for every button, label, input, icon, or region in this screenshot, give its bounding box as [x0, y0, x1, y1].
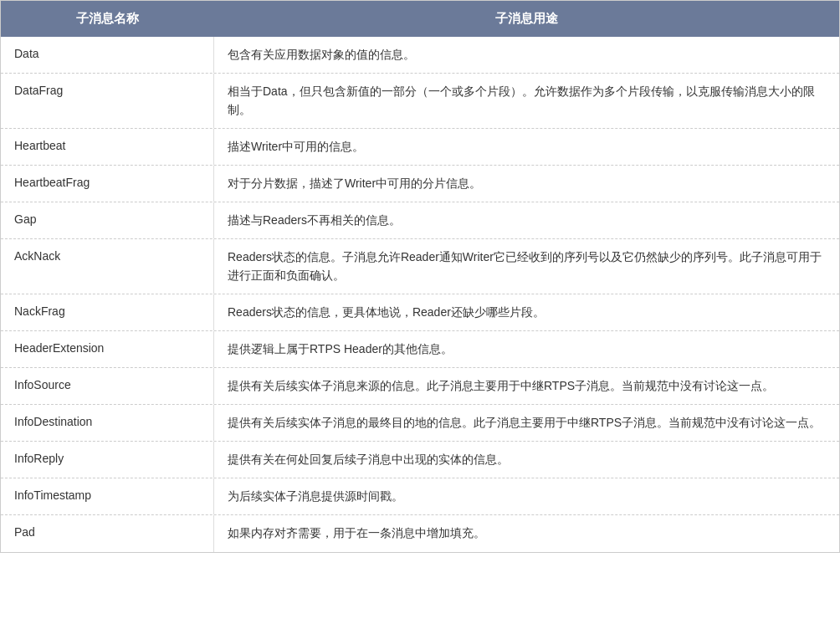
table-row: AckNackReaders状态的信息。子消息允许Reader通知Writer它…	[1, 239, 839, 294]
row-desc-nackfrag: Readers状态的信息，更具体地说，Reader还缺少哪些片段。	[214, 294, 839, 330]
row-desc-heartbeat: 描述Writer中可用的信息。	[214, 129, 839, 165]
table-row: Pad如果内存对齐需要，用于在一条消息中增加填充。	[1, 515, 839, 552]
row-desc-pad: 如果内存对齐需要，用于在一条消息中增加填充。	[214, 515, 839, 552]
main-table: 子消息名称 子消息用途 Data包含有关应用数据对象的值的信息。DataFrag…	[0, 0, 840, 553]
table-row: DataFrag相当于Data，但只包含新值的一部分（一个或多个片段）。允许数据…	[1, 74, 839, 129]
row-name-data: Data	[1, 37, 214, 73]
row-desc-headerextension: 提供逻辑上属于RTPS Header的其他信息。	[214, 331, 839, 367]
table-row: NackFragReaders状态的信息，更具体地说，Reader还缺少哪些片段…	[1, 294, 839, 331]
row-name-infotimestamp: InfoTimestamp	[1, 478, 214, 514]
header-col-name: 子消息名称	[1, 1, 214, 37]
row-desc-infodestination: 提供有关后续实体子消息的最终目的地的信息。此子消息主要用于中继RTPS子消息。当…	[214, 405, 839, 441]
table-row: Data包含有关应用数据对象的值的信息。	[1, 37, 839, 74]
table-header: 子消息名称 子消息用途	[1, 1, 839, 37]
table-row: InfoReply提供有关在何处回复后续子消息中出现的实体的信息。	[1, 442, 839, 478]
table-row: InfoSource提供有关后续实体子消息来源的信息。此子消息主要用于中继RTP…	[1, 368, 839, 405]
row-desc-datafrag: 相当于Data，但只包含新值的一部分（一个或多个片段）。允许数据作为多个片段传输…	[214, 74, 839, 128]
table-row: InfoTimestamp为后续实体子消息提供源时间戳。	[1, 478, 839, 515]
row-desc-data: 包含有关应用数据对象的值的信息。	[214, 37, 839, 73]
table-row: HeaderExtension提供逻辑上属于RTPS Header的其他信息。	[1, 331, 839, 368]
table-body: Data包含有关应用数据对象的值的信息。DataFrag相当于Data，但只包含…	[1, 37, 839, 552]
row-name-acknack: AckNack	[1, 239, 214, 294]
row-desc-gap: 描述与Readers不再相关的信息。	[214, 202, 839, 238]
row-name-heartbeat: Heartbeat	[1, 129, 214, 165]
row-name-datafrag: DataFrag	[1, 74, 214, 128]
row-name-headerextension: HeaderExtension	[1, 331, 214, 367]
row-name-infodestination: InfoDestination	[1, 405, 214, 441]
table-row: InfoDestination提供有关后续实体子消息的最终目的地的信息。此子消息…	[1, 405, 839, 442]
row-name-nackfrag: NackFrag	[1, 294, 214, 330]
header-col-desc: 子消息用途	[214, 1, 839, 37]
table-row: Gap描述与Readers不再相关的信息。	[1, 202, 839, 239]
row-desc-inforeply: 提供有关在何处回复后续子消息中出现的实体的信息。	[214, 442, 839, 478]
row-name-gap: Gap	[1, 202, 214, 238]
row-desc-heartbeatfrag: 对于分片数据，描述了Writer中可用的分片信息。	[214, 166, 839, 202]
row-name-inforeply: InfoReply	[1, 442, 214, 478]
row-desc-infosource: 提供有关后续实体子消息来源的信息。此子消息主要用于中继RTPS子消息。当前规范中…	[214, 368, 839, 404]
row-name-pad: Pad	[1, 515, 214, 552]
row-desc-infotimestamp: 为后续实体子消息提供源时间戳。	[214, 478, 839, 514]
table-row: Heartbeat描述Writer中可用的信息。	[1, 129, 839, 166]
row-name-infosource: InfoSource	[1, 368, 214, 404]
row-desc-acknack: Readers状态的信息。子消息允许Reader通知Writer它已经收到的序列…	[214, 239, 839, 294]
row-name-heartbeatfrag: HeartbeatFrag	[1, 166, 214, 202]
table-row: HeartbeatFrag对于分片数据，描述了Writer中可用的分片信息。	[1, 166, 839, 202]
